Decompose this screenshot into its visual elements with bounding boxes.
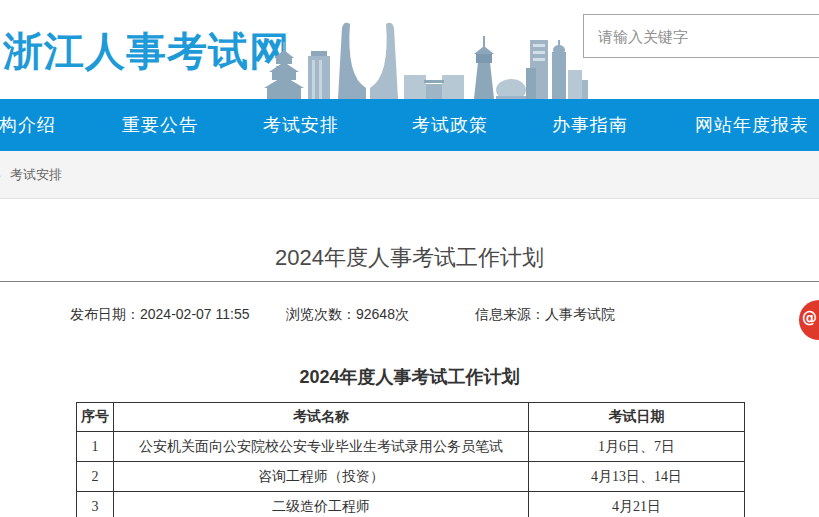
table-title: 2024年度人事考试工作计划: [0, 365, 819, 389]
info-source: 信息来源：人事考试院: [475, 306, 615, 324]
breadcrumb-current[interactable]: 考试安排: [10, 151, 62, 199]
cell-exam-date: 4月21日: [529, 492, 745, 517]
site-header: 浙江人事考试网: [0, 0, 819, 99]
publish-date: 发布日期：2024-02-07 11:55: [70, 306, 250, 324]
publish-date-label: 发布日期：: [70, 306, 140, 322]
nav-item-niandubaobiao[interactable]: 网站年度报表: [695, 99, 809, 151]
nav-item-kaoshizhengce[interactable]: 考试政策: [412, 99, 488, 151]
exam-plan-table: 序号 考试名称 考试日期 1 公安机关面向公安院校公安专业毕业生考试录用公务员笔…: [76, 402, 745, 517]
nav-item-banshizhinan[interactable]: 办事指南: [552, 99, 628, 151]
page-title: 2024年度人事考试工作计划: [0, 243, 819, 273]
col-header-exam-name: 考试名称: [114, 403, 529, 432]
table-header-row: 序号 考试名称 考试日期: [77, 403, 745, 432]
table-row: 1 公安机关面向公安院校公安专业毕业生考试录用公务员笔试 1月6日、7日: [77, 432, 745, 462]
search-input[interactable]: [583, 14, 819, 58]
main-nav: 机构介绍 重要公告 考试安排 考试政策 办事指南 网站年度报表: [0, 99, 819, 151]
breadcrumb-arrow-icon: »: [0, 151, 1, 199]
page: 浙江人事考试网: [0, 0, 819, 517]
cell-exam-name: 公安机关面向公安院校公安专业毕业生考试录用公务员笔试: [114, 432, 529, 462]
view-count-label: 浏览次数：: [286, 306, 356, 322]
city-skyline-illustration: [238, 18, 588, 99]
table-row: 2 咨询工程师（投资） 4月13日、14日: [77, 462, 745, 492]
info-source-value: 人事考试院: [545, 306, 615, 322]
breadcrumb: » 考试安排: [0, 151, 819, 199]
cell-exam-name: 咨询工程师（投资）: [114, 462, 529, 492]
cell-exam-name: 二级造价工程师: [114, 492, 529, 517]
divider: [0, 281, 819, 282]
cell-exam-date: 4月13日、14日: [529, 462, 745, 492]
cell-index: 1: [77, 432, 114, 462]
nav-item-kaoshianpai[interactable]: 考试安排: [263, 99, 339, 151]
cell-index: 3: [77, 492, 114, 517]
view-count-value: 92648次: [356, 306, 409, 322]
col-header-exam-date: 考试日期: [529, 403, 745, 432]
share-badge-icon: @: [802, 309, 817, 327]
nav-item-jigoujieshao[interactable]: 机构介绍: [0, 99, 56, 151]
publish-date-value: 2024-02-07 11:55: [140, 306, 250, 322]
cell-exam-date: 1月6日、7日: [529, 432, 745, 462]
nav-item-zhongyaogonggao[interactable]: 重要公告: [122, 99, 198, 151]
col-header-index: 序号: [77, 403, 114, 432]
table-row: 3 二级造价工程师 4月21日: [77, 492, 745, 517]
view-count: 浏览次数：92648次: [286, 306, 409, 324]
article-meta: 发布日期：2024-02-07 11:55 浏览次数：92648次 信息来源：人…: [0, 306, 819, 324]
cell-index: 2: [77, 462, 114, 492]
info-source-label: 信息来源：: [475, 306, 545, 322]
